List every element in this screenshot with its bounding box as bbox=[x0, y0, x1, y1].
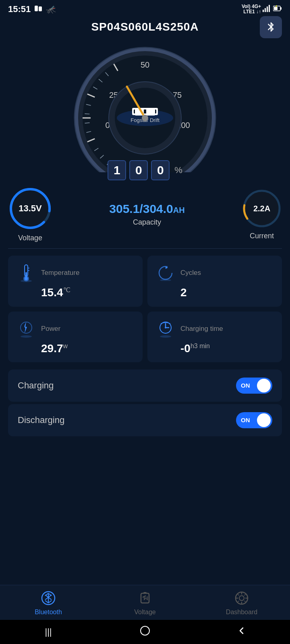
percent-sign: % bbox=[174, 165, 182, 175]
discharging-toggle-label: Discharging bbox=[18, 415, 64, 425]
svg-point-55 bbox=[160, 279, 171, 281]
svg-point-62 bbox=[160, 335, 171, 338]
cycles-icon bbox=[155, 263, 176, 283]
charging-toggle-label: Charging bbox=[18, 380, 54, 391]
nav-dashboard-icon bbox=[234, 590, 250, 606]
percent-digit-2: 0 bbox=[129, 160, 148, 180]
svg-line-70 bbox=[45, 601, 48, 603]
battery-status-icon bbox=[273, 5, 282, 14]
bluetooth-button[interactable] bbox=[260, 16, 282, 38]
cycles-card: Cycles 2 bbox=[147, 256, 282, 306]
charging-toggle-state: ON bbox=[241, 382, 250, 389]
charging-time-card: Charging time -0h3 min bbox=[147, 312, 282, 362]
discharging-toggle-state: ON bbox=[241, 417, 250, 423]
percent-digit-1: 1 bbox=[108, 160, 126, 180]
svg-line-22 bbox=[85, 123, 90, 123]
nav-voltage-icon bbox=[137, 590, 153, 606]
android-bar: ||| bbox=[0, 620, 290, 644]
sim-icon bbox=[34, 4, 43, 14]
svg-rect-0 bbox=[35, 6, 38, 11]
signal-icon bbox=[263, 5, 271, 14]
svg-point-53 bbox=[21, 280, 32, 282]
svg-rect-39 bbox=[146, 108, 155, 116]
capacity-value: 305.1/304.0AH bbox=[109, 202, 184, 216]
nav-item-bluetooth[interactable]: Bluetooth bbox=[28, 590, 68, 616]
power-value: 29.7w bbox=[16, 342, 135, 355]
svg-point-76 bbox=[239, 596, 244, 601]
nav-bluetooth-icon bbox=[40, 590, 56, 606]
svg-rect-3 bbox=[265, 8, 266, 12]
charging-toggle-row[interactable]: Charging ON bbox=[8, 369, 282, 402]
capacity-section: 305.1/304.0AH Capacity bbox=[109, 202, 184, 227]
voltage-circle: 13.5V bbox=[8, 186, 52, 231]
current-section: 2.2A Current bbox=[242, 188, 282, 240]
back-button[interactable] bbox=[232, 622, 252, 642]
svg-rect-8 bbox=[274, 7, 278, 10]
divider-1 bbox=[8, 248, 282, 249]
status-right: Vol) 4G+ LTE1 ↓↑ bbox=[242, 4, 282, 14]
speedometer: 0 25 50 75 100 Fogstar Drift bbox=[68, 39, 222, 172]
bluetooth-icon bbox=[265, 21, 277, 33]
nav-item-voltage[interactable]: Voltage bbox=[125, 590, 165, 616]
svg-rect-4 bbox=[267, 6, 268, 12]
nav-dashboard-label: Dashboard bbox=[226, 609, 257, 616]
temperature-card: Temperature 15.4℃ bbox=[8, 256, 143, 306]
recent-apps-button[interactable]: ||| bbox=[38, 622, 58, 642]
charging-time-label: Charging time bbox=[180, 325, 223, 333]
status-bar: 15:51 🦟 Vol) 4G+ LTE1 ↓↑ bbox=[0, 0, 290, 17]
svg-line-67 bbox=[48, 593, 52, 596]
temperature-label: Temperature bbox=[41, 269, 79, 277]
power-icon bbox=[16, 319, 36, 339]
percent-display: 1 0 0 % bbox=[0, 160, 290, 180]
status-left: 15:51 🦟 bbox=[8, 4, 56, 14]
nav-item-dashboard[interactable]: Dashboard bbox=[222, 590, 262, 616]
power-card: Power 29.7w bbox=[8, 312, 143, 362]
header: SP04S060L4S250A bbox=[0, 17, 290, 35]
discharging-toggle-row[interactable]: Discharging ON bbox=[8, 404, 282, 436]
cards-grid: Temperature 15.4℃ Cycles 2 bbox=[0, 251, 290, 367]
svg-text:50: 50 bbox=[141, 60, 149, 69]
network-label: Vol) 4G+ LTE1 ↓↑ bbox=[242, 4, 261, 14]
svg-rect-5 bbox=[269, 5, 270, 12]
svg-line-84 bbox=[238, 601, 239, 603]
home-button[interactable] bbox=[135, 622, 155, 642]
svg-rect-71 bbox=[141, 593, 149, 603]
charging-toggle-switch[interactable]: ON bbox=[236, 378, 272, 394]
discharging-toggle-knob bbox=[257, 413, 271, 427]
charging-time-icon bbox=[155, 319, 176, 339]
svg-line-68 bbox=[45, 593, 48, 596]
cycles-label: Cycles bbox=[180, 269, 201, 277]
svg-line-69 bbox=[48, 601, 52, 603]
metrics-row: 13.5V Voltage 305.1/304.0AH Capacity 2.2… bbox=[0, 180, 290, 246]
svg-point-57 bbox=[21, 335, 32, 338]
current-circle: 2.2A bbox=[242, 188, 282, 229]
svg-line-23 bbox=[85, 114, 89, 114]
gauge-svg: 0 25 50 75 100 Fogstar Drift bbox=[68, 39, 222, 172]
svg-rect-7 bbox=[280, 7, 282, 10]
charging-toggle-knob bbox=[257, 379, 271, 392]
temperature-icon bbox=[16, 263, 36, 283]
voltage-value: 13.5V bbox=[19, 203, 42, 214]
device-title: SP04S060L4S250A bbox=[91, 21, 199, 33]
svg-rect-50 bbox=[25, 272, 27, 279]
svg-line-81 bbox=[238, 594, 239, 596]
temperature-value: 15.4℃ bbox=[16, 286, 135, 299]
nav-bluetooth-label: Bluetooth bbox=[35, 609, 62, 616]
capacity-label: Capacity bbox=[133, 218, 161, 227]
svg-line-83 bbox=[244, 594, 246, 596]
current-value: 2.2A bbox=[253, 204, 270, 213]
percent-digit-3: 0 bbox=[151, 160, 170, 180]
svg-rect-72 bbox=[143, 592, 147, 594]
voltage-section: 13.5V Voltage bbox=[8, 186, 52, 242]
discharging-toggle-switch[interactable]: ON bbox=[236, 412, 272, 428]
time-display: 15:51 bbox=[8, 4, 31, 14]
power-label: Power bbox=[41, 325, 60, 333]
gauge-container: 0 25 50 75 100 Fogstar Drift bbox=[0, 35, 290, 172]
cycles-value: 2 bbox=[155, 286, 274, 299]
svg-line-82 bbox=[244, 601, 246, 603]
svg-rect-2 bbox=[263, 10, 264, 12]
svg-rect-85 bbox=[141, 626, 149, 635]
voltage-label: Voltage bbox=[18, 234, 42, 242]
bluetooth-status-icon: 🦟 bbox=[46, 4, 56, 14]
bottom-nav: Bluetooth Voltage bbox=[0, 585, 290, 620]
